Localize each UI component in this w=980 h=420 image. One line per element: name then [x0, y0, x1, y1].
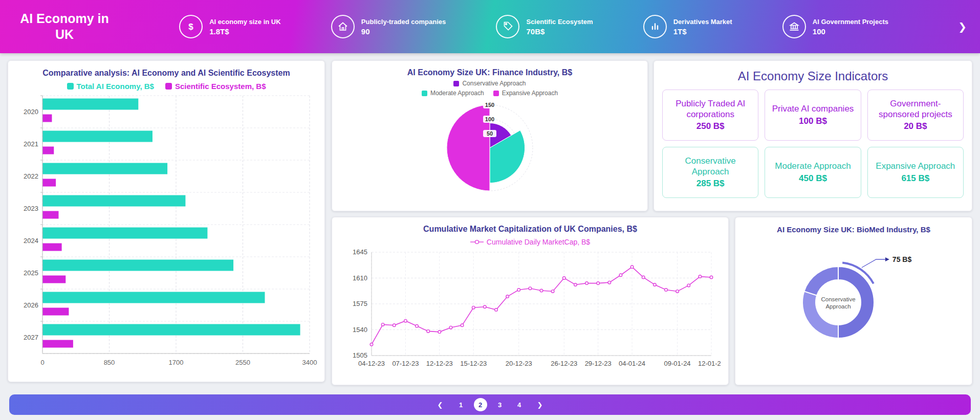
legend-swatch — [165, 83, 172, 90]
indicator-value: 250 B$ — [696, 121, 725, 131]
marketcap-line-canvas[interactable]: 1505154015751610164504-12-2307-12-2312-1… — [340, 246, 721, 371]
stat-value: 70B$ — [526, 27, 593, 36]
stat-label: AI Government Projects — [813, 18, 888, 26]
legend-swatch — [493, 91, 499, 96]
page-button[interactable]: 4 — [513, 398, 526, 411]
stat-value: 100 — [813, 27, 888, 36]
stat-ai-economy-size: $ AI economy size in UK 1.8T$ — [179, 15, 280, 38]
svg-text:1700: 1700 — [169, 359, 184, 366]
stat-label: Publicly-traded companies — [361, 18, 446, 26]
indicator-box-moderate: Moderate Approach 450 B$ — [765, 147, 861, 198]
line-marker-icon — [470, 239, 484, 245]
svg-text:1540: 1540 — [353, 326, 367, 334]
svg-text:12-12-23: 12-12-23 — [426, 360, 453, 367]
finance-pie-legend-row2: Moderate Approach Expansive Approach — [332, 90, 647, 97]
legend-label: Cumulative Daily MarketCap, B$ — [487, 238, 590, 246]
dollar-icon: $ — [179, 15, 203, 38]
svg-text:1645: 1645 — [353, 248, 367, 256]
svg-text:2026: 2026 — [24, 301, 38, 309]
pagination-prev-icon[interactable]: ❮ — [432, 401, 448, 409]
bank-icon — [782, 15, 806, 38]
home-icon — [331, 15, 355, 38]
stat-value: 1T$ — [673, 27, 732, 36]
legend-item-marketcap[interactable]: Cumulative Daily MarketCap, B$ — [470, 238, 590, 246]
indicator-title: Conservative Approach — [668, 156, 753, 177]
svg-text:75 B$: 75 B$ — [892, 255, 912, 263]
comparative-bar-card: Comparative analysis: AI Economy and AI … — [8, 60, 325, 382]
svg-text:2027: 2027 — [24, 334, 38, 341]
header-next-arrow[interactable]: ❯ — [952, 20, 967, 33]
indicator-title: Government-sponsored projects — [873, 99, 958, 120]
legend-swatch — [67, 83, 74, 90]
indicator-title: Expansive Approach — [876, 161, 955, 171]
indicator-title: Publicly Traded AI corporations — [668, 99, 753, 120]
indicator-value: 285 B$ — [696, 179, 725, 189]
svg-text:07-12-23: 07-12-23 — [392, 360, 419, 367]
comparative-chart-title: Comparative analysis: AI Economy and AI … — [8, 69, 324, 78]
svg-text:100: 100 — [485, 116, 494, 122]
svg-text:26-12-23: 26-12-23 — [551, 360, 577, 367]
stat-label: AI economy size in UK — [209, 18, 280, 26]
svg-text:2020: 2020 — [24, 108, 38, 116]
legend-label: Conservative Approach — [462, 80, 526, 87]
tag-icon — [496, 15, 519, 38]
comparative-bar-chart-canvas[interactable]: 0850170025503400202020212022202320242025… — [14, 91, 319, 371]
stat-scientific-ecosystem: Scientific Ecosystem 70B$ — [496, 15, 593, 38]
comparative-legend: Total AI Economy, B$ Scientific Ecosyste… — [8, 82, 324, 91]
legend-item-conservative[interactable]: Conservative Approach — [453, 80, 526, 87]
marketcap-line-title: Cumulative Market Capitalization of UK C… — [332, 225, 728, 234]
biomed-donut-title: AI Economy Size UK: BioMed Industry, B$ — [735, 225, 972, 234]
indicator-title: Private AI companies — [772, 104, 854, 114]
stat-label: Derivatives Market — [673, 18, 732, 26]
pagination-next-icon[interactable]: ❯ — [532, 401, 548, 409]
indicators-grid: Publicly Traded AI corporations 250 B$ P… — [654, 90, 972, 198]
indicator-box-conservative: Conservative Approach 285 B$ — [662, 147, 758, 198]
indicator-box-expansive: Expansive Approach 615 B$ — [867, 147, 964, 198]
page-button[interactable]: 1 — [454, 398, 468, 411]
page-button[interactable]: 2 — [474, 398, 487, 411]
stat-value: 90 — [361, 27, 446, 36]
header-stats: $ AI economy size in UK 1.8T$ Publicly-t… — [116, 15, 952, 38]
indicator-value: 100 B$ — [799, 116, 827, 126]
svg-text:1610: 1610 — [353, 274, 367, 282]
legend-item-scientific-ecosystem[interactable]: Scientific Ecosystem, B$ — [165, 82, 266, 91]
header: AI Economy in UK $ AI economy size in UK… — [0, 0, 980, 53]
legend-item-moderate[interactable]: Moderate Approach — [422, 90, 484, 97]
svg-text:29-12-23: 29-12-23 — [585, 360, 612, 367]
svg-text:04-12-23: 04-12-23 — [358, 360, 385, 367]
svg-text:2023: 2023 — [24, 205, 38, 212]
legend-label: Expansive Approach — [502, 90, 558, 97]
svg-text:150: 150 — [485, 102, 494, 108]
svg-text:3400: 3400 — [302, 359, 317, 366]
stat-derivatives-market: Derivatives Market 1T$ — [643, 15, 732, 38]
finance-pie-canvas[interactable]: 50100150 — [413, 97, 567, 197]
svg-text:850: 850 — [104, 359, 115, 366]
stat-label: Scientific Ecosystem — [526, 18, 593, 26]
finance-pie-legend-row1: Conservative Approach — [332, 80, 647, 87]
svg-text:20-12-23: 20-12-23 — [506, 360, 532, 367]
marketcap-line-legend: Cumulative Daily MarketCap, B$ — [332, 238, 728, 246]
biomed-donut-canvas[interactable]: 75 B$ConservativeApproach — [741, 234, 966, 371]
svg-text:Conservative: Conservative — [821, 296, 855, 302]
svg-text:04-01-24: 04-01-24 — [619, 360, 645, 367]
page-button[interactable]: 3 — [493, 398, 507, 411]
pagination-bar: ❮ 1 2 3 4 ❯ — [9, 394, 971, 415]
svg-text:1505: 1505 — [353, 351, 367, 359]
legend-item-total-ai-economy[interactable]: Total AI Economy, B$ — [67, 82, 154, 91]
svg-text:15-12-23: 15-12-23 — [460, 360, 487, 367]
svg-text:2024: 2024 — [24, 237, 38, 245]
indicator-value: 20 B$ — [904, 121, 927, 131]
legend-label: Scientific Ecosystem, B$ — [175, 82, 266, 91]
finance-pie-card: AI Economy Size UK: Finance Industry, B$… — [332, 60, 648, 211]
svg-text:$: $ — [188, 22, 193, 32]
indicator-box-government-projects: Government-sponsored projects 20 B$ — [867, 90, 964, 141]
svg-text:12-01-24: 12-01-24 — [698, 360, 721, 367]
indicators-title: AI Economy Size Indicators — [654, 69, 972, 83]
legend-item-expansive[interactable]: Expansive Approach — [493, 90, 558, 97]
biomed-donut-card: AI Economy Size UK: BioMed Industry, B$ … — [735, 217, 972, 385]
svg-text:0: 0 — [40, 359, 44, 366]
svg-text:2550: 2550 — [235, 359, 250, 366]
stat-government-projects: AI Government Projects 100 — [782, 15, 888, 38]
finance-pie-title: AI Economy Size UK: Finance Industry, B$ — [332, 68, 647, 77]
dashboard-page: AI Economy in UK $ AI economy size in UK… — [0, 0, 980, 420]
